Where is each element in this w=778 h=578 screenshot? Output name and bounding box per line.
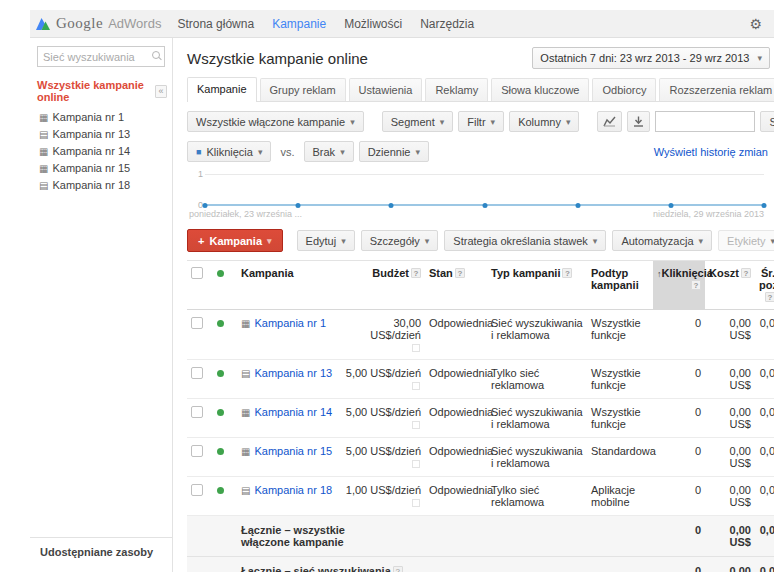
budget-value[interactable]: 5,00 US$/dzień — [346, 445, 421, 457]
column-header-sr-poz[interactable]: Śr. poz.? — [755, 261, 774, 310]
campaign-filter-dropdown[interactable]: Wszystkie włączone kampanie ▾ — [187, 111, 364, 132]
nav-mozliwosci[interactable]: Możliwości — [344, 17, 402, 31]
help-icon[interactable]: ? — [562, 268, 572, 278]
segment-dropdown[interactable]: Segment ▾ — [382, 111, 454, 132]
chart-point[interactable] — [575, 203, 580, 208]
date-range-button[interactable]: Ostatnich 7 dni: 23 wrz 2013 - 29 wrz 20… — [532, 47, 770, 69]
sidebar-item-kampania-14[interactable]: ▦ Kampania nr 14 — [30, 143, 172, 160]
campaign-type-icon: ▤ — [39, 179, 48, 192]
sidebar-item-kampania-18[interactable]: ▤ Kampania nr 18 — [30, 177, 172, 194]
edit-budget-icon[interactable] — [412, 460, 420, 468]
help-icon[interactable]: ? — [393, 566, 403, 572]
labels-dropdown[interactable]: Etykiety ▾ — [718, 230, 774, 251]
edit-budget-icon[interactable] — [412, 499, 420, 507]
tab-grupy-reklam[interactable]: Grupy reklam — [260, 78, 346, 101]
tab-odbiorcy[interactable]: Odbiorcy — [592, 78, 656, 101]
help-icon[interactable]: ? — [411, 268, 421, 278]
sidebar-item-udostepniane-zasoby[interactable]: Udostępniane zasoby — [30, 537, 172, 566]
budget-value[interactable]: 5,00 US$/dzień — [346, 406, 421, 418]
search-submit-button[interactable]: Szukaj — [760, 111, 774, 132]
sidebar-search-input[interactable] — [37, 46, 165, 67]
nav-kampanie[interactable]: Kampanie — [272, 17, 326, 31]
chart-point[interactable] — [762, 203, 767, 208]
filter-dropdown[interactable]: Filtr ▾ — [458, 111, 504, 132]
sidebar-heading-all-campaigns[interactable]: Wszystkie kampanie online — [37, 79, 155, 103]
status-dot[interactable] — [217, 370, 224, 377]
column-header-podtyp-kampanii[interactable]: Podtyp kampanii — [587, 261, 653, 310]
edit-budget-icon[interactable] — [412, 382, 420, 390]
nav-narzedzia[interactable]: Narzędzia — [420, 17, 474, 31]
table-row-kampania-1[interactable]: ▦Kampania nr 1 30,00 US$/dzień Odpowiedn… — [187, 310, 774, 360]
help-icon[interactable]: ? — [455, 268, 465, 278]
adwords-logo[interactable]: Google AdWords — [36, 15, 161, 32]
campaign-link[interactable]: Kampania nr 15 — [254, 445, 332, 457]
sidebar-collapse-button[interactable]: « — [155, 85, 167, 98]
status-dot[interactable] — [217, 448, 224, 455]
campaign-link[interactable]: Kampania nr 18 — [254, 484, 332, 496]
tab-ustawienia[interactable]: Ustawienia — [349, 78, 423, 101]
tab-rozszerzenia-reklam[interactable]: Rozszerzenia reklam — [659, 78, 774, 101]
details-dropdown[interactable]: Szczegóły ▾ — [361, 230, 439, 251]
download-button[interactable] — [627, 111, 650, 132]
column-header-koszt[interactable]: Koszt? — [705, 261, 755, 310]
new-campaign-button[interactable]: + Kampania ▾ — [187, 229, 283, 252]
sidebar-item-kampania-1[interactable]: ▦ Kampania nr 1 — [30, 109, 172, 126]
status-dot[interactable] — [217, 487, 224, 494]
sidebar-item-kampania-13[interactable]: ▤ Kampania nr 13 — [30, 126, 172, 143]
campaign-link[interactable]: Kampania nr 1 — [254, 317, 326, 329]
chart-point[interactable] — [389, 203, 394, 208]
row-checkbox[interactable] — [191, 317, 203, 329]
chart-point[interactable] — [482, 203, 487, 208]
select-all-checkbox[interactable] — [191, 267, 203, 279]
sidebar-item-kampania-15[interactable]: ▦ Kampania nr 15 — [30, 160, 172, 177]
chevron-down-icon: ▾ — [566, 117, 571, 127]
column-header-klikniecia[interactable]: ↑Kliknięcia? — [653, 261, 705, 310]
automation-dropdown[interactable]: Automatyzacja ▾ — [612, 230, 712, 251]
row-checkbox[interactable] — [191, 367, 203, 379]
table-row-kampania-14[interactable]: ▦Kampania nr 14 5,00 US$/dzień Odpowiedn… — [187, 399, 774, 438]
column-header-budzet[interactable]: Budżet? — [339, 261, 425, 310]
row-checkbox[interactable] — [191, 406, 203, 418]
chart-point[interactable] — [668, 203, 673, 208]
bid-strategy-dropdown[interactable]: Strategia określania stawek ▾ — [444, 230, 606, 251]
table-search-input[interactable] — [655, 111, 755, 132]
nav-strona-glowna[interactable]: Strona główna — [177, 17, 254, 31]
help-icon[interactable]: ? — [741, 268, 751, 278]
campaign-link[interactable]: Kampania nr 14 — [254, 406, 332, 418]
gear-icon[interactable]: ⚙ — [749, 16, 762, 32]
chart-options-button[interactable] — [597, 111, 622, 132]
table-row-kampania-13[interactable]: ▤Kampania nr 13 5,00 US$/dzień Odpowiedn… — [187, 360, 774, 399]
compare-metric-dropdown[interactable]: Brak ▾ — [304, 141, 354, 162]
column-header-stan[interactable]: Stan? — [425, 261, 487, 310]
table-header-row: Kampania Budżet? Stan? Typ kampanii? Pod… — [187, 261, 774, 310]
edit-budget-icon[interactable] — [412, 344, 420, 352]
row-checkbox[interactable] — [191, 484, 203, 496]
edit-budget-icon[interactable] — [412, 421, 420, 429]
budget-value[interactable]: 5,00 US$/dzień — [346, 367, 421, 379]
granularity-dropdown[interactable]: Dziennie ▾ — [359, 141, 429, 162]
chart-point[interactable] — [203, 203, 208, 208]
table-row-kampania-15[interactable]: ▦Kampania nr 15 5,00 US$/dzień Odpowiedn… — [187, 438, 774, 477]
help-icon[interactable]: ? — [691, 280, 701, 290]
edit-dropdown[interactable]: Edytuj ▾ — [297, 230, 355, 251]
tab-reklamy[interactable]: Reklamy — [425, 78, 488, 101]
change-history-link[interactable]: Wyświetl historię zmian — [654, 146, 768, 158]
new-campaign-label: Kampania — [209, 235, 262, 247]
status-filter-dot[interactable] — [217, 270, 224, 277]
table-row-kampania-18[interactable]: ▤Kampania nr 18 1,00 US$/dzień Odpowiedn… — [187, 477, 774, 516]
status-dot[interactable] — [217, 409, 224, 416]
column-header-typ-kampanii[interactable]: Typ kampanii? — [487, 261, 587, 310]
status-dot[interactable] — [217, 320, 224, 327]
budget-value[interactable]: 30,00 US$/dzień — [370, 317, 421, 341]
columns-dropdown[interactable]: Kolumny ▾ — [509, 111, 579, 132]
budget-value[interactable]: 1,00 US$/dzień — [346, 484, 421, 496]
tab-slowa-kluczowe[interactable]: Słowa kluczowe — [491, 78, 589, 101]
metric-dropdown[interactable]: ■ Kliknięcia ▾ — [187, 141, 271, 162]
compare-metric-label: Brak — [313, 146, 336, 158]
column-header-kampania[interactable]: Kampania — [237, 261, 339, 310]
help-icon[interactable]: ? — [765, 292, 774, 302]
row-checkbox[interactable] — [191, 445, 203, 457]
tab-kampanie[interactable]: Kampanie — [187, 77, 257, 102]
chart-point[interactable] — [296, 203, 301, 208]
campaign-link[interactable]: Kampania nr 13 — [254, 367, 332, 379]
